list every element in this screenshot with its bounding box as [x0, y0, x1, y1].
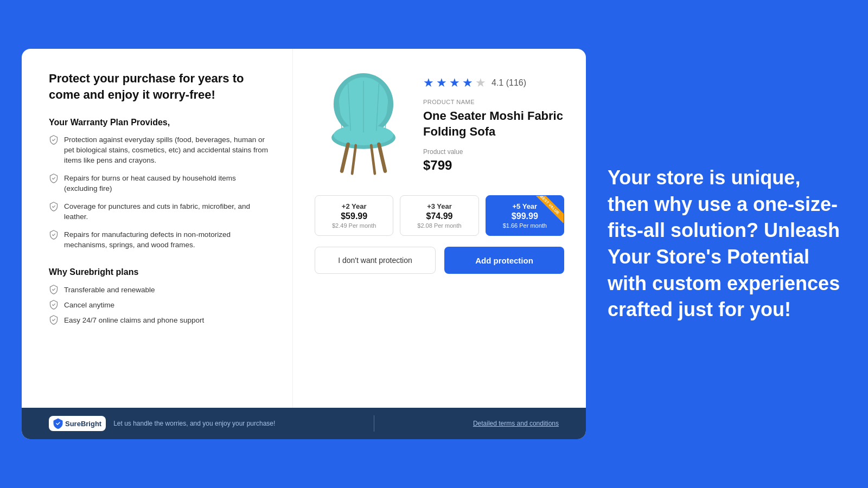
- svg-line-11: [352, 145, 356, 174]
- warranty-title: Your Warranty Plan Provides,: [49, 118, 271, 127]
- footer-tagline: Let us handle the worries, and you enjoy…: [113, 420, 275, 427]
- product-name: One Seater Moshi Fabric Folding Sofa: [423, 108, 564, 139]
- best-value-badge: BEST VALUE: [532, 196, 564, 223]
- main-container: Protect your purchase for years to come …: [22, 22, 846, 466]
- product-image-wrap: [315, 70, 412, 179]
- rating-text: 4.1 (116): [492, 78, 526, 88]
- modal-card: Protect your purchase for years to come …: [22, 49, 586, 439]
- benefit-item: Protection against everyday spills (food…: [49, 135, 271, 166]
- product-value-label: Product value: [423, 148, 564, 156]
- plan-3year-price: $74.99: [406, 211, 473, 221]
- right-panel: ★ ★ ★ ★ ★ 4.1 (116) PRODUCT NAME One Sea…: [293, 49, 586, 408]
- why-list: Transferable and renewable Cancel anytim…: [49, 285, 271, 325]
- main-heading: Protect your purchase for years to come …: [49, 70, 271, 102]
- plan-5year[interactable]: BEST VALUE +5 Year $99.99 $1.66 Per mont…: [486, 195, 564, 236]
- star-3: ★: [449, 76, 460, 90]
- benefit-item: Coverage for punctures and cuts in fabri…: [49, 202, 271, 222]
- plan-2year[interactable]: +2 Year $59.99 $2.49 Per month: [315, 195, 393, 236]
- shield-icon: [49, 174, 59, 183]
- side-text: Your store is unique, then why use a one…: [608, 165, 846, 323]
- benefit-list: Protection against everyday spills (food…: [49, 135, 271, 250]
- svg-line-9: [342, 144, 348, 171]
- product-image: [320, 73, 407, 176]
- stars-row: ★ ★ ★ ★ ★ 4.1 (116): [423, 76, 564, 90]
- action-row: I don't want protection Add protection: [315, 247, 564, 274]
- star-2: ★: [436, 76, 447, 90]
- plans-row: +2 Year $59.99 $2.49 Per month +3 Year $…: [315, 195, 564, 236]
- why-item: Transferable and renewable: [49, 285, 271, 294]
- why-title: Why Surebright plans: [49, 267, 271, 277]
- star-4: ★: [462, 76, 473, 90]
- footer-logo-wrap: SureBright: [49, 416, 106, 431]
- plan-2year-monthly: $2.49 Per month: [321, 222, 387, 229]
- card-body: Protect your purchase for years to come …: [22, 49, 586, 408]
- product-top: ★ ★ ★ ★ ★ 4.1 (116) PRODUCT NAME One Sea…: [315, 70, 564, 179]
- why-item: Easy 24/7 online claims and phone suppor…: [49, 315, 271, 325]
- plan-3year-title: +3 Year: [406, 202, 473, 210]
- no-protection-button[interactable]: I don't want protection: [315, 247, 436, 274]
- plan-2year-title: +2 Year: [321, 202, 387, 210]
- star-5: ★: [475, 76, 486, 90]
- why-item: Cancel anytime: [49, 300, 271, 310]
- svg-line-12: [371, 145, 375, 174]
- card-footer: SureBright Let us handle the worries, an…: [22, 408, 586, 439]
- product-price: $799: [423, 158, 564, 173]
- shield-icon: [49, 300, 59, 310]
- benefit-item: Repairs for manufacturing defects in non…: [49, 230, 271, 251]
- shield-icon: [49, 202, 59, 211]
- svg-line-10: [379, 144, 385, 171]
- benefit-item: Repairs for burns or heat caused by hous…: [49, 174, 271, 194]
- plan-3year[interactable]: +3 Year $74.99 $2.08 Per month: [400, 195, 478, 236]
- footer-logo-text: SureBright: [65, 420, 101, 428]
- shield-icon: [49, 285, 59, 294]
- plan-2year-price: $59.99: [321, 211, 387, 221]
- shield-icon: [49, 315, 59, 325]
- surebright-logo-icon: [53, 418, 63, 429]
- add-protection-button[interactable]: Add protection: [444, 247, 564, 274]
- product-name-label: PRODUCT NAME: [423, 99, 564, 105]
- footer-terms-link[interactable]: Detailed terms and conditions: [473, 420, 559, 427]
- star-1: ★: [423, 76, 434, 90]
- shield-icon: [49, 135, 59, 145]
- left-panel: Protect your purchase for years to come …: [22, 49, 293, 408]
- footer-left: SureBright Let us handle the worries, an…: [49, 416, 275, 431]
- footer-divider: [374, 415, 374, 432]
- plan-3year-monthly: $2.08 Per month: [406, 222, 473, 229]
- shield-icon: [49, 230, 59, 240]
- product-info: ★ ★ ★ ★ ★ 4.1 (116) PRODUCT NAME One Sea…: [423, 70, 564, 173]
